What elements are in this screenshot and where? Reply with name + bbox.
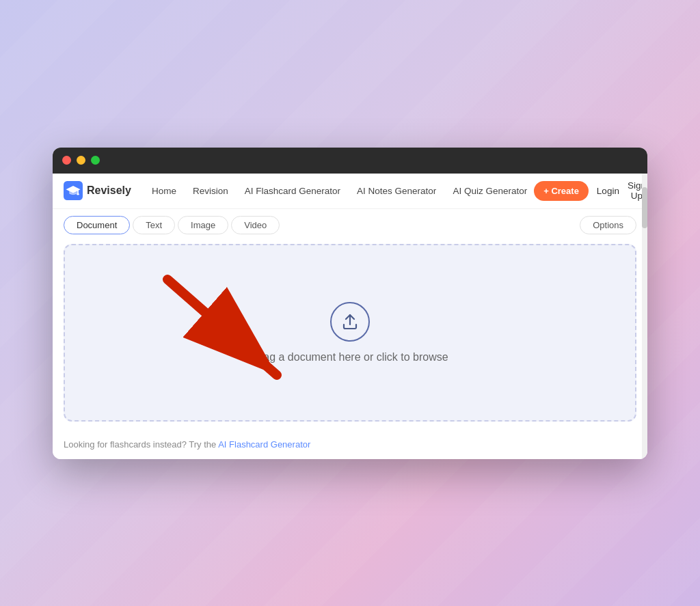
- nav-notes[interactable]: AI Notes Generator: [350, 182, 443, 200]
- sub-tabs-bar: Document Text Image Video Options: [53, 209, 647, 241]
- upload-icon: [340, 312, 360, 331]
- browser-window: Revisely Home Revision AI Flashcard Gene…: [53, 148, 647, 459]
- tab-document[interactable]: Document: [64, 216, 130, 234]
- minimize-button[interactable]: [77, 156, 85, 165]
- nav-links: Home Revision AI Flashcard Generator AI …: [145, 182, 534, 200]
- upload-text: Drag a document here or click to browse: [252, 351, 448, 363]
- tab-text[interactable]: Text: [133, 216, 175, 234]
- nav-flashcard[interactable]: AI Flashcard Generator: [238, 182, 347, 200]
- flashcard-link[interactable]: AI Flashcard Generator: [218, 439, 310, 450]
- nav-home[interactable]: Home: [145, 182, 183, 200]
- tab-video[interactable]: Video: [231, 216, 280, 234]
- footer-text: Looking for flashcards instead? Try the: [64, 439, 218, 450]
- scrollbar-thumb[interactable]: [642, 187, 647, 228]
- close-button[interactable]: [62, 156, 71, 165]
- upload-area[interactable]: Drag a document here or click to browse: [64, 244, 636, 422]
- maximize-button[interactable]: [91, 156, 100, 165]
- nav-revision[interactable]: Revision: [186, 182, 235, 200]
- upload-icon-wrapper: [330, 302, 370, 342]
- logo-icon: [64, 181, 83, 200]
- login-button[interactable]: Login: [597, 186, 619, 196]
- browser-body: Revisely Home Revision AI Flashcard Gene…: [53, 174, 647, 459]
- footer-area: Looking for flashcards instead? Try the …: [53, 432, 647, 459]
- nav-quiz[interactable]: AI Quiz Generator: [446, 182, 534, 200]
- sub-tabs-left: Document Text Image Video: [64, 216, 280, 234]
- nav-actions: + Create Login Sign Up: [534, 180, 646, 201]
- svg-point-3: [77, 193, 79, 195]
- create-button[interactable]: + Create: [534, 181, 589, 201]
- logo-area[interactable]: Revisely: [64, 181, 131, 200]
- tab-image[interactable]: Image: [178, 216, 228, 234]
- title-bar: [53, 148, 647, 174]
- scrollbar-track: [642, 174, 647, 459]
- options-button[interactable]: Options: [580, 216, 636, 234]
- red-arrow-icon: [147, 266, 311, 402]
- navbar: Revisely Home Revision AI Flashcard Gene…: [53, 174, 647, 209]
- logo-text: Revisely: [87, 184, 131, 197]
